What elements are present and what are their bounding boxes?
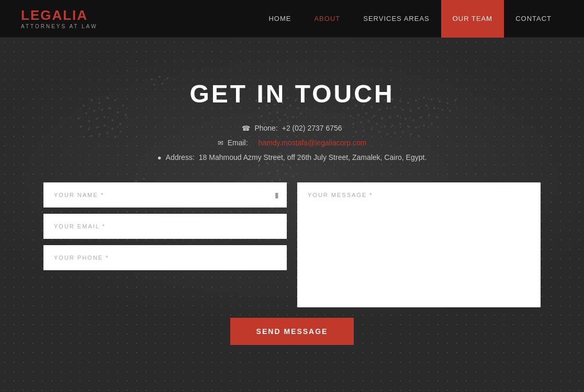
svg-point-82	[268, 171, 271, 174]
svg-point-85	[292, 175, 294, 177]
svg-point-123	[433, 107, 435, 109]
logo-text-1: LEG	[21, 7, 52, 23]
svg-point-110	[446, 102, 448, 104]
svg-point-130	[381, 118, 383, 120]
location-icon: ●	[158, 154, 162, 162]
svg-point-68	[279, 119, 281, 121]
svg-point-21	[104, 124, 106, 126]
svg-point-139	[360, 121, 362, 123]
form-right-column	[297, 182, 541, 307]
svg-point-131	[389, 116, 391, 118]
svg-point-84	[284, 172, 286, 175]
svg-point-118	[394, 106, 396, 108]
svg-point-14	[104, 116, 106, 118]
svg-point-13	[96, 118, 98, 120]
address-value: 18 Mahmoud Azmy Street, off 26th July St…	[199, 153, 427, 162]
svg-point-8	[101, 109, 103, 111]
svg-point-119	[402, 109, 404, 111]
contact-section: GET IN TOUCH ☎ Phone: +2 (02) 2737 6756 …	[0, 38, 584, 392]
svg-point-135	[420, 116, 422, 118]
svg-point-106	[415, 99, 417, 101]
svg-point-122	[425, 105, 428, 107]
phone-label: Phone:	[254, 124, 277, 132]
site-header: LEGALIA ATTORNEYS AT LAW HOME ABOUT SERV…	[0, 0, 584, 38]
phone-input[interactable]	[43, 245, 287, 270]
svg-point-77	[266, 162, 268, 164]
address-line: ● Address: 18 Mahmoud Azmy Street, off 2…	[158, 153, 427, 162]
svg-point-1	[91, 99, 93, 101]
svg-point-79	[282, 164, 284, 166]
svg-point-16	[119, 123, 121, 125]
svg-point-128	[365, 112, 367, 114]
logo: LEGALIA ATTORNEYS AT LAW	[21, 8, 97, 30]
svg-point-120	[410, 110, 412, 112]
logo-accent: A	[52, 7, 63, 23]
name-input[interactable]	[43, 182, 287, 207]
nav-contact[interactable]: CONTACT	[504, 0, 563, 38]
svg-point-3	[106, 97, 108, 99]
svg-point-126	[350, 115, 352, 117]
svg-point-76	[258, 165, 260, 167]
message-textarea[interactable]	[297, 182, 541, 307]
email-line: ✉ Email: hamdy.mostafa@legaliacorp.com	[218, 139, 367, 147]
svg-point-17	[77, 118, 80, 120]
svg-point-134	[412, 119, 414, 121]
svg-point-104	[399, 100, 401, 102]
svg-point-67	[271, 120, 273, 122]
svg-point-83	[276, 170, 278, 172]
nav-services[interactable]: SERVICES AREAS	[352, 0, 441, 38]
svg-point-125	[449, 110, 451, 112]
email-link[interactable]: hamdy.mostafa@legaliacorp.com	[258, 139, 366, 147]
svg-point-63	[284, 114, 286, 116]
svg-point-109	[439, 100, 441, 102]
svg-point-33	[161, 83, 163, 85]
svg-point-11	[125, 114, 127, 116]
phone-value: +2 (02) 2737 6756	[282, 124, 342, 132]
svg-point-15	[111, 119, 114, 121]
svg-point-25	[91, 135, 93, 137]
svg-point-108	[431, 98, 433, 100]
address-label: Address:	[166, 153, 195, 162]
svg-point-62	[276, 111, 278, 113]
svg-point-64	[292, 116, 294, 118]
email-input[interactable]	[43, 214, 287, 239]
svg-point-19	[88, 128, 90, 130]
svg-point-28	[114, 136, 116, 138]
svg-point-88	[279, 179, 281, 181]
nav-home[interactable]: HOME	[257, 0, 302, 38]
svg-point-23	[119, 131, 121, 133]
name-input-wrapper: ▮	[43, 182, 287, 207]
svg-point-107	[423, 97, 425, 99]
svg-point-32	[153, 84, 155, 86]
svg-point-137	[436, 116, 438, 118]
svg-point-10	[117, 111, 119, 113]
svg-point-18	[80, 125, 82, 128]
nav-about[interactable]: ABOUT	[302, 0, 352, 38]
svg-point-2	[98, 102, 100, 104]
contact-info: ☎ Phone: +2 (02) 2737 6756 ✉ Email: hamd…	[158, 124, 427, 162]
logo-text-2: LIA	[63, 7, 88, 23]
svg-point-30	[159, 76, 161, 78]
svg-point-121	[418, 107, 420, 109]
logo-subtitle: ATTORNEYS AT LAW	[21, 24, 97, 29]
send-button[interactable]: SEND MESSAGE	[230, 318, 354, 345]
phone-icon: ☎	[242, 124, 250, 132]
svg-point-132	[397, 115, 399, 117]
svg-point-116	[378, 109, 380, 111]
svg-point-6	[85, 112, 87, 114]
svg-point-26	[98, 133, 100, 135]
svg-point-60	[261, 115, 263, 117]
svg-point-65	[300, 112, 302, 114]
send-button-wrapper: SEND MESSAGE	[230, 318, 354, 345]
nav-our-team[interactable]: OUR TEAM	[441, 0, 504, 38]
svg-point-133	[405, 118, 407, 120]
svg-point-9	[109, 107, 111, 109]
svg-point-22	[111, 128, 114, 130]
name-input-icon: ▮	[275, 191, 279, 199]
svg-point-127	[357, 114, 360, 116]
svg-point-7	[93, 110, 95, 112]
svg-point-24	[83, 136, 85, 138]
phone-line: ☎ Phone: +2 (02) 2737 6756	[242, 124, 342, 132]
svg-point-4	[114, 99, 116, 101]
svg-point-148	[431, 123, 433, 125]
